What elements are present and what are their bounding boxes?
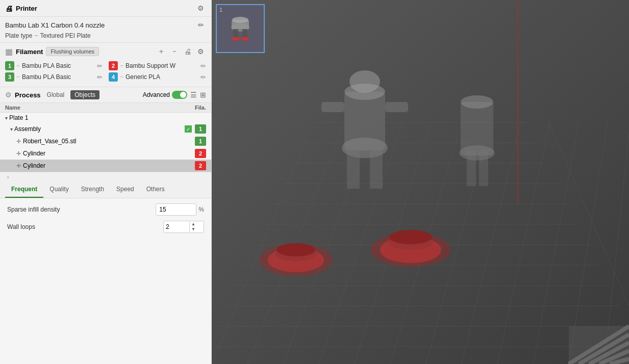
cylinder1-name: Cylinder [23, 150, 195, 157]
viewport: 1 [212, 0, 629, 364]
wall-loops-row: Wall loops ▲ ▼ [7, 221, 204, 233]
filament-name-4: Generic PLA [125, 73, 198, 81]
filament-rows: 1 ~ Bambu PLA Basic ✏ 2 ~ Bambu Support … [0, 60, 211, 87]
advanced-toggle[interactable] [172, 91, 187, 99]
cylinder1-fila: 2 [195, 149, 206, 158]
process-section: ⚙ Process Global Objects Advanced ☰ ⊞ [0, 87, 211, 103]
process-title: Process [15, 91, 41, 99]
svg-point-39 [349, 70, 380, 93]
filament-controls: ＋ － 🖨 ⚙ [156, 46, 206, 57]
filament-name-2: Bambu Support W [125, 62, 198, 69]
bambu-row: Bambu Lab X1 Carbon 0.4 nozzle ✏ [5, 20, 206, 30]
filament-name-3: Bambu PLA Basic [22, 73, 95, 81]
wall-loops-up[interactable]: ▲ [190, 222, 197, 227]
cylinder1-icon: ✛ [16, 150, 21, 157]
vase-fila: 1 [195, 137, 206, 146]
process-list-btn[interactable]: ☰ [190, 91, 197, 99]
cylinder2-fila: 2 [195, 161, 206, 170]
tree-assembly[interactable]: ▾ Assembly ✓ 1 [0, 123, 211, 135]
filament-edit-4[interactable]: ✏ [200, 73, 206, 81]
wall-loops-stepper: ▲ ▼ [163, 221, 204, 233]
expand-icon: › [5, 174, 11, 180]
wall-loops-label: Wall loops [7, 223, 163, 230]
svg-point-44 [461, 95, 493, 109]
wall-loops-down[interactable]: ▼ [190, 227, 197, 232]
svg-rect-35 [344, 92, 385, 150]
filament-section: ▦ Filament Flushing volumes ＋ － 🖨 ⚙ 1 ~ … [0, 43, 211, 87]
tab-frequent[interactable]: Frequent [5, 181, 43, 198]
svg-point-29 [276, 243, 315, 256]
vase-name: Robert_Vase_05.stl [23, 138, 195, 145]
assembly-name: Assembly [14, 125, 185, 133]
plate-type-value: Textured PEI Plate [40, 32, 90, 39]
filament-row-2: 3 ~ Bambu PLA Basic ✏ 4 ~ Generic PLA ✏ [5, 72, 206, 82]
filament-header: ▦ Filament Flushing volumes ＋ － 🖨 ⚙ [0, 43, 211, 60]
filament-row-1: 1 ~ Bambu PLA Basic ✏ 2 ~ Bambu Support … [5, 61, 206, 70]
cylinder2-icon: ✛ [16, 163, 21, 169]
viewport-thumbnail[interactable]: 1 [216, 4, 265, 53]
filament-edit-1[interactable]: ✏ [97, 62, 103, 70]
tree-plate1[interactable]: ▾ Plate 1 [0, 113, 211, 123]
sparse-infill-input[interactable] [156, 203, 196, 216]
filament-title: Filament [16, 48, 43, 56]
plate-type-row: Plate type ~ Textured PEI Plate [5, 32, 206, 39]
printer-settings-btn[interactable]: ⚙ [195, 3, 206, 13]
filament-num-2: 2 [109, 61, 118, 70]
thumb-num: 1 [219, 7, 222, 13]
svg-point-33 [389, 230, 432, 244]
svg-point-57 [232, 17, 248, 23]
plate1-arrow: ▾ [5, 115, 8, 121]
svg-rect-53 [569, 326, 629, 364]
tab-speed[interactable]: Speed [110, 181, 140, 198]
tab-objects[interactable]: Objects [70, 90, 99, 99]
filament-edit-3[interactable]: ✏ [97, 73, 103, 81]
assembly-fila: 1 [195, 124, 206, 134]
filament-print-btn[interactable]: 🖨 [182, 46, 193, 57]
filament-edit-2[interactable]: ✏ [200, 62, 206, 70]
sparse-infill-unit: % [198, 206, 204, 213]
filament-add-btn[interactable]: ＋ [156, 46, 167, 57]
tree-col-name: Name [5, 105, 181, 111]
svg-point-60 [232, 37, 240, 41]
svg-rect-0 [212, 0, 629, 364]
bambu-section: Bambu Lab X1 Carbon 0.4 nozzle ✏ Plate t… [0, 17, 211, 43]
wall-loops-input[interactable] [164, 223, 189, 230]
filament-settings-btn[interactable]: ⚙ [195, 46, 206, 57]
viewport-svg [212, 0, 629, 364]
tab-global[interactable]: Global [44, 90, 68, 99]
tree-section: ▾ Plate 1 ▾ Assembly ✓ 1 ✛ Robert_Vase_0… [0, 113, 211, 172]
filament-name-1: Bambu PLA Basic [22, 62, 95, 69]
printer-edit-btn[interactable]: ✏ [196, 20, 206, 30]
printer-icon: 🖨 [5, 4, 13, 13]
tab-others[interactable]: Others [140, 181, 171, 198]
printer-name: Bambu Lab X1 Carbon 0.4 nozzle [5, 21, 105, 29]
tree-vase[interactable]: ✛ Robert_Vase_05.stl 1 [0, 135, 211, 147]
filament-remove-btn[interactable]: － [169, 46, 180, 57]
plate1-name: Plate 1 [9, 114, 206, 121]
thumb-svg [220, 10, 261, 48]
cylinder2-name: Cylinder [23, 162, 195, 169]
svg-rect-43 [461, 102, 493, 155]
flushing-volumes-btn[interactable]: Flushing volumes [46, 47, 99, 56]
svg-point-61 [241, 37, 249, 41]
process-grid-btn[interactable]: ⊞ [200, 91, 206, 99]
settings-content: Sparse infill density % Wall loops ▲ ▼ [0, 198, 211, 364]
advanced-row: Advanced [143, 91, 187, 99]
svg-rect-46 [479, 150, 488, 186]
settings-tabs: Frequent Quality Strength Speed Others [0, 181, 211, 198]
wall-loops-stepper-btns: ▲ ▼ [189, 222, 197, 232]
tree-cylinder2[interactable]: ✛ Cylinder 2 [0, 160, 211, 172]
svg-rect-37 [347, 148, 360, 189]
expand-row[interactable]: › [0, 172, 211, 181]
advanced-label: Advanced [143, 91, 170, 98]
tree-col-fila: Fila. [181, 105, 206, 111]
tree-header: Name Fila. [0, 103, 211, 113]
sparse-infill-input-group: % [156, 203, 204, 216]
printer-section: 🖨 Printer ⚙ [0, 0, 211, 17]
sparse-infill-label: Sparse infill density [7, 206, 156, 213]
tab-strength[interactable]: Strength [75, 181, 110, 198]
tree-cylinder1[interactable]: ✛ Cylinder 2 [0, 147, 211, 160]
assembly-checkbox[interactable]: ✓ [185, 125, 192, 133]
tab-quality[interactable]: Quality [43, 181, 74, 198]
svg-rect-41 [385, 102, 408, 112]
